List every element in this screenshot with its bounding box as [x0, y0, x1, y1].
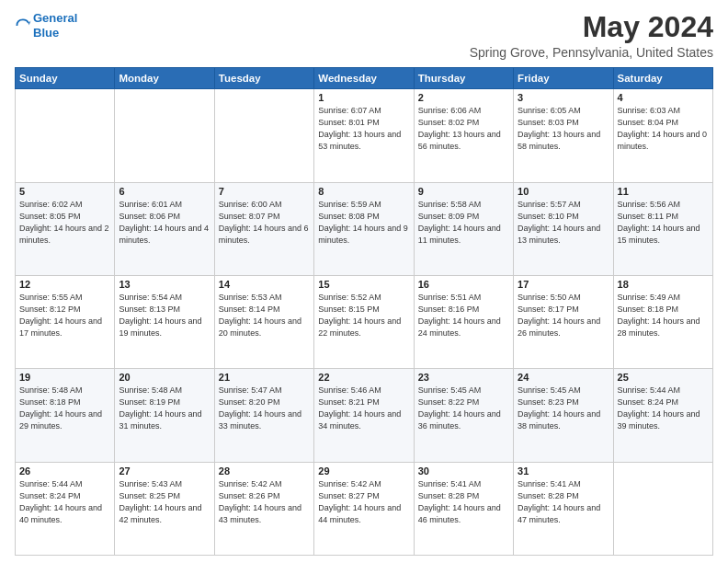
calendar-cell-5-3: 28Sunrise: 5:42 AM Sunset: 8:26 PM Dayli…: [214, 462, 313, 555]
day-info: Sunrise: 6:00 AM Sunset: 8:07 PM Dayligh…: [219, 199, 310, 247]
day-number: 9: [418, 186, 509, 197]
day-number: 8: [318, 186, 409, 197]
subtitle: Spring Grove, Pennsylvania, United State…: [470, 45, 713, 60]
calendar-cell-4-2: 20Sunrise: 5:48 AM Sunset: 8:19 PM Dayli…: [115, 369, 214, 462]
col-sunday: Sunday: [16, 68, 115, 89]
calendar-cell-1-4: 1Sunrise: 6:07 AM Sunset: 8:01 PM Daylig…: [314, 89, 414, 182]
calendar-week-3: 12Sunrise: 5:55 AM Sunset: 8:12 PM Dayli…: [16, 275, 713, 368]
calendar-cell-5-1: 26Sunrise: 5:44 AM Sunset: 8:24 PM Dayli…: [16, 462, 115, 555]
calendar-table: Sunday Monday Tuesday Wednesday Thursday…: [15, 67, 713, 556]
day-number: 15: [318, 279, 409, 290]
col-monday: Monday: [115, 68, 214, 89]
day-info: Sunrise: 5:49 AM Sunset: 8:18 PM Dayligh…: [618, 292, 709, 339]
day-info: Sunrise: 6:06 AM Sunset: 8:02 PM Dayligh…: [418, 105, 509, 153]
calendar-cell-1-7: 4Sunrise: 6:03 AM Sunset: 8:04 PM Daylig…: [613, 89, 712, 182]
day-number: 1: [318, 92, 409, 103]
day-number: 30: [418, 465, 509, 477]
calendar-week-2: 5Sunrise: 6:02 AM Sunset: 8:05 PM Daylig…: [16, 182, 713, 275]
logo-line2: Blue: [33, 26, 59, 40]
calendar-cell-4-7: 25Sunrise: 5:44 AM Sunset: 8:24 PM Dayli…: [613, 369, 712, 462]
day-number: 10: [518, 186, 609, 197]
logo: General Blue: [15, 11, 77, 40]
calendar-cell-4-1: 19Sunrise: 5:48 AM Sunset: 8:18 PM Dayli…: [16, 369, 115, 462]
calendar-cell-1-6: 3Sunrise: 6:05 AM Sunset: 8:03 PM Daylig…: [514, 89, 613, 182]
day-number: 24: [518, 372, 609, 383]
day-info: Sunrise: 5:57 AM Sunset: 8:10 PM Dayligh…: [518, 199, 609, 247]
day-number: 31: [518, 465, 609, 477]
day-number: 13: [119, 279, 210, 290]
day-info: Sunrise: 5:56 AM Sunset: 8:11 PM Dayligh…: [618, 199, 709, 247]
day-info: Sunrise: 6:07 AM Sunset: 8:01 PM Dayligh…: [318, 105, 409, 153]
calendar-cell-5-6: 31Sunrise: 5:41 AM Sunset: 8:28 PM Dayli…: [514, 462, 613, 555]
day-number: 5: [19, 186, 110, 197]
day-info: Sunrise: 6:02 AM Sunset: 8:05 PM Dayligh…: [19, 199, 110, 247]
day-number: 28: [219, 465, 310, 477]
calendar-cell-3-1: 12Sunrise: 5:55 AM Sunset: 8:12 PM Dayli…: [16, 275, 115, 368]
day-info: Sunrise: 5:47 AM Sunset: 8:20 PM Dayligh…: [219, 385, 310, 432]
day-info: Sunrise: 5:41 AM Sunset: 8:28 PM Dayligh…: [518, 478, 609, 526]
day-number: 21: [219, 372, 310, 383]
day-info: Sunrise: 5:58 AM Sunset: 8:09 PM Dayligh…: [418, 199, 509, 247]
day-number: 3: [518, 92, 609, 103]
day-info: Sunrise: 5:48 AM Sunset: 8:18 PM Dayligh…: [19, 385, 110, 432]
calendar-cell-5-7: [613, 462, 712, 555]
day-info: Sunrise: 5:51 AM Sunset: 8:16 PM Dayligh…: [418, 292, 509, 339]
day-info: Sunrise: 6:03 AM Sunset: 8:04 PM Dayligh…: [618, 105, 709, 153]
day-number: 26: [19, 465, 110, 477]
day-info: Sunrise: 5:45 AM Sunset: 8:22 PM Dayligh…: [418, 385, 509, 432]
day-info: Sunrise: 5:59 AM Sunset: 8:08 PM Dayligh…: [318, 199, 409, 247]
calendar-cell-3-5: 16Sunrise: 5:51 AM Sunset: 8:16 PM Dayli…: [414, 275, 513, 368]
calendar-cell-1-5: 2Sunrise: 6:06 AM Sunset: 8:02 PM Daylig…: [414, 89, 513, 182]
day-info: Sunrise: 5:54 AM Sunset: 8:13 PM Dayligh…: [119, 292, 210, 339]
header: General Blue May 2024 Spring Grove, Penn…: [15, 11, 713, 60]
title-section: May 2024 Spring Grove, Pennsylvania, Uni…: [470, 11, 713, 60]
day-info: Sunrise: 5:41 AM Sunset: 8:28 PM Dayligh…: [418, 478, 509, 526]
day-info: Sunrise: 5:44 AM Sunset: 8:24 PM Dayligh…: [618, 385, 709, 432]
calendar-cell-4-4: 22Sunrise: 5:46 AM Sunset: 8:21 PM Dayli…: [314, 369, 414, 462]
day-number: 16: [418, 279, 509, 290]
calendar-cell-5-5: 30Sunrise: 5:41 AM Sunset: 8:28 PM Dayli…: [414, 462, 513, 555]
day-number: 11: [618, 186, 709, 197]
day-number: 18: [618, 279, 709, 290]
calendar-cell-1-1: [16, 89, 115, 182]
day-number: 17: [518, 279, 609, 290]
day-number: 14: [219, 279, 310, 290]
page: General Blue May 2024 Spring Grove, Penn…: [0, 0, 728, 563]
day-info: Sunrise: 5:42 AM Sunset: 8:27 PM Dayligh…: [318, 478, 409, 526]
col-wednesday: Wednesday: [314, 68, 414, 89]
day-info: Sunrise: 5:42 AM Sunset: 8:26 PM Dayligh…: [219, 478, 310, 526]
day-info: Sunrise: 5:50 AM Sunset: 8:17 PM Dayligh…: [518, 292, 609, 339]
day-info: Sunrise: 5:43 AM Sunset: 8:25 PM Dayligh…: [119, 478, 210, 526]
day-info: Sunrise: 5:44 AM Sunset: 8:24 PM Dayligh…: [19, 478, 110, 526]
calendar-cell-3-3: 14Sunrise: 5:53 AM Sunset: 8:14 PM Dayli…: [214, 275, 313, 368]
calendar-cell-3-6: 17Sunrise: 5:50 AM Sunset: 8:17 PM Dayli…: [514, 275, 613, 368]
calendar-cell-2-4: 8Sunrise: 5:59 AM Sunset: 8:08 PM Daylig…: [314, 182, 414, 275]
day-number: 27: [119, 465, 210, 477]
main-title: May 2024: [470, 11, 713, 43]
day-number: 2: [418, 92, 509, 103]
day-number: 22: [318, 372, 409, 383]
day-number: 12: [19, 279, 110, 290]
calendar-week-1: 1Sunrise: 6:07 AM Sunset: 8:01 PM Daylig…: [16, 89, 713, 182]
calendar-cell-5-2: 27Sunrise: 5:43 AM Sunset: 8:25 PM Dayli…: [115, 462, 214, 555]
calendar-cell-3-4: 15Sunrise: 5:52 AM Sunset: 8:15 PM Dayli…: [314, 275, 414, 368]
calendar-cell-1-3: [214, 89, 313, 182]
calendar-cell-3-7: 18Sunrise: 5:49 AM Sunset: 8:18 PM Dayli…: [613, 275, 712, 368]
calendar-header-row: Sunday Monday Tuesday Wednesday Thursday…: [16, 68, 713, 89]
day-number: 20: [119, 372, 210, 383]
day-info: Sunrise: 5:45 AM Sunset: 8:23 PM Dayligh…: [518, 385, 609, 432]
col-tuesday: Tuesday: [214, 68, 313, 89]
calendar-cell-3-2: 13Sunrise: 5:54 AM Sunset: 8:13 PM Dayli…: [115, 275, 214, 368]
day-number: 23: [418, 372, 509, 383]
calendar-cell-4-6: 24Sunrise: 5:45 AM Sunset: 8:23 PM Dayli…: [514, 369, 613, 462]
logo-icon: [15, 17, 31, 34]
calendar-cell-4-3: 21Sunrise: 5:47 AM Sunset: 8:20 PM Dayli…: [214, 369, 313, 462]
day-info: Sunrise: 5:55 AM Sunset: 8:12 PM Dayligh…: [19, 292, 110, 339]
day-number: 25: [618, 372, 709, 383]
logo-line1: General: [33, 11, 77, 25]
calendar-cell-2-6: 10Sunrise: 5:57 AM Sunset: 8:10 PM Dayli…: [514, 182, 613, 275]
day-number: 7: [219, 186, 310, 197]
calendar-week-5: 26Sunrise: 5:44 AM Sunset: 8:24 PM Dayli…: [16, 462, 713, 555]
col-saturday: Saturday: [613, 68, 712, 89]
calendar-cell-1-2: [115, 89, 214, 182]
